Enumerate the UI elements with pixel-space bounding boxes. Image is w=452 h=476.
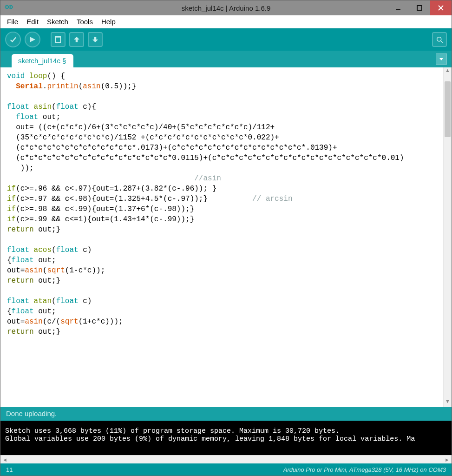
- code-editor[interactable]: void loop() { Serial.println(asin(0.5));…: [0, 67, 443, 407]
- arduino-logo-icon: [4, 3, 13, 13]
- new-button[interactable]: [51, 32, 66, 47]
- open-button[interactable]: [69, 32, 84, 47]
- upload-button[interactable]: [25, 32, 40, 47]
- menu-tools[interactable]: Tools: [73, 16, 97, 27]
- vertical-scrollbar[interactable]: ▲ ▼: [443, 67, 452, 407]
- status-bar: Done uploading.: [0, 407, 452, 421]
- line-number: 11: [6, 466, 13, 473]
- svg-marker-12: [92, 37, 98, 42]
- status-message: Done uploading.: [6, 410, 57, 417]
- menu-help[interactable]: Help: [98, 16, 119, 27]
- menu-sketch[interactable]: Sketch: [43, 16, 72, 27]
- tab-sketch[interactable]: sketch_jul14c §: [12, 54, 73, 67]
- window-buttons: [387, 0, 452, 15]
- scroll-up-icon[interactable]: ▲: [444, 67, 452, 76]
- verify-button[interactable]: [5, 32, 21, 47]
- svg-line-14: [441, 41, 443, 43]
- tabbar: sketch_jul14c §: [0, 51, 452, 67]
- scroll-left-icon[interactable]: ◄: [2, 457, 7, 463]
- menubar: File Edit Sketch Tools Help: [0, 15, 452, 28]
- console-output[interactable]: Sketch uses 3,668 bytes (11%) of program…: [0, 421, 452, 455]
- menu-edit[interactable]: Edit: [23, 16, 42, 27]
- horizontal-scrollbar[interactable]: ◄ ►: [0, 455, 452, 463]
- board-info: Arduino Pro or Pro Mini, ATmega328 (5V, …: [283, 466, 446, 473]
- serial-monitor-button[interactable]: [432, 32, 447, 47]
- arduino-window: sketch_jul14c | Arduino 1.6.9 File Edit …: [0, 0, 452, 476]
- svg-marker-15: [439, 58, 443, 60]
- titlebar[interactable]: sketch_jul14c | Arduino 1.6.9: [0, 0, 452, 15]
- svg-point-13: [437, 37, 441, 41]
- scroll-right-icon[interactable]: ►: [445, 457, 450, 463]
- bottom-bar: 11 Arduino Pro or Pro Mini, ATmega328 (5…: [0, 463, 452, 476]
- minimize-button[interactable]: [387, 0, 409, 15]
- tab-menu-button[interactable]: [436, 53, 447, 65]
- console-line: Sketch uses 3,668 bytes (11%) of program…: [5, 427, 340, 435]
- save-button[interactable]: [88, 32, 103, 47]
- maximize-button[interactable]: [409, 0, 430, 15]
- editor-area: void loop() { Serial.println(asin(0.5));…: [0, 67, 452, 407]
- close-button[interactable]: [430, 0, 452, 15]
- menu-file[interactable]: File: [3, 16, 22, 27]
- svg-rect-10: [56, 36, 61, 43]
- scroll-thumb[interactable]: [445, 81, 451, 137]
- window-title: sketch_jul14c | Arduino 1.6.9: [0, 4, 452, 12]
- svg-rect-6: [417, 6, 422, 10]
- console-line: Global variables use 200 bytes (9%) of d…: [5, 435, 415, 443]
- svg-rect-5: [396, 9, 400, 10]
- svg-marker-11: [74, 37, 79, 42]
- toolbar: [0, 28, 452, 51]
- scroll-down-icon[interactable]: ▼: [444, 398, 452, 407]
- svg-marker-9: [30, 37, 35, 42]
